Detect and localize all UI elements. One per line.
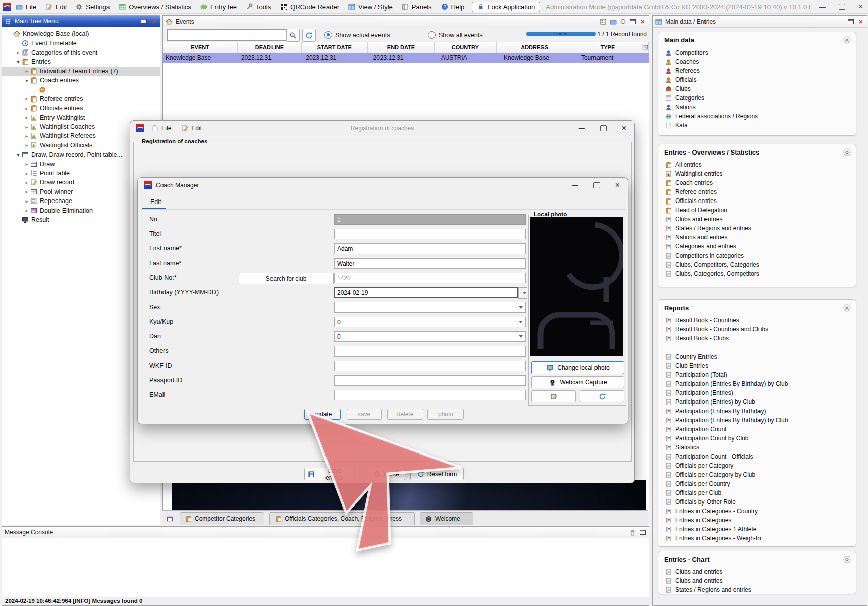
expander-icon[interactable]: ▸ [23,115,30,120]
change-local-photo-button[interactable]: Change local photo [531,361,624,374]
registration-maximize-button[interactable] [600,125,607,131]
combo-dan[interactable]: 0 [334,331,526,342]
panel-item-clubs-and-entries[interactable]: Clubs and entries [665,567,856,576]
panel-item-entries-in-categories-1-athlete[interactable]: Entries in Categories 1 Athlete [665,525,856,534]
panel-item-statistics[interactable]: Statistics [665,443,856,452]
combo-kyu-kup[interactable]: 0 [334,317,526,327]
field-others[interactable] [334,346,526,357]
expander-icon[interactable]: ▸ [23,96,30,102]
panel-item-officials-per-category-by-club[interactable]: Officials per Category by Club [665,470,856,479]
field-birthday-yyyy-mm-dd[interactable] [334,287,518,298]
panel-item-kata[interactable]: Kata [665,121,856,130]
field-passport-id[interactable] [334,375,526,386]
panel-item-result-book-countries-and-clubs[interactable]: Result Book - Countries and Clubs [665,325,856,334]
expander-icon[interactable]: ▸ [23,142,30,148]
panel-item-waitinglist-entries[interactable]: Waitinglist entries [665,169,856,178]
menu-qrcode-reader[interactable]: QRCode Reader [276,0,344,13]
field-titel[interactable] [334,229,526,239]
panel-item-participation-total[interactable]: Participation (Total) [665,370,856,379]
column-header-deadline[interactable]: DEADLINE [238,42,301,53]
menu-panels[interactable]: Panels [397,0,437,13]
events-table-row[interactable]: Knowledge Base2023.12.312023.12.312023.1… [163,53,649,63]
search-button[interactable] [286,29,300,42]
tree-item-officials-entries[interactable]: ▸ Officials entries [2,104,160,113]
tree-item-individual-team-entries-7[interactable]: ▸ Individual / Team Entries (7) [2,67,160,76]
panel-item-clubs-competitors-categories[interactable]: Clubs, Competitors, Categories [665,260,856,269]
update-button[interactable]: update [304,409,341,420]
panel-item-competitors[interactable]: Competitors [665,48,856,57]
field-email[interactable] [334,390,526,400]
tree-item-knowledge-base-local[interactable]: Knowledge Base (local) [2,29,160,38]
panel-item-entries-in-categories-weigh-in[interactable]: Entries in Categories - Weigh-In [665,534,856,543]
panel-item-clubs[interactable]: Clubs [665,84,856,93]
expander-icon[interactable]: ▸ [23,189,30,194]
registration-menu-file[interactable]: File [148,122,174,135]
panel-item-participation-entries-by-club[interactable]: Participation (Entries) by Club [665,397,856,407]
panel-item-states-regions-and-entries[interactable]: States / Regions and entries [665,585,856,594]
photo-button[interactable]: photo [427,409,464,420]
panel-item-result-book-countries[interactable]: Result Book - Countries [665,316,856,325]
menu-overviews-statistics[interactable]: Overviews / Statistics [114,0,196,13]
panel-item-coach-entries[interactable]: Coach entries [665,178,856,187]
panel-item-participation-entries[interactable]: Participation (Entries) [665,388,856,397]
expander-icon[interactable]: ▸ [23,161,30,167]
panel-item-participation-count-by-club[interactable]: Participation Count by Club [665,434,856,443]
panel-item-participation-entries-by-birthday-by-club[interactable]: Participation (Entries By Birthday) by C… [665,416,856,425]
date-dropdown-button[interactable] [518,287,527,299]
refresh-button[interactable] [302,29,316,42]
expander-icon[interactable]: ▸ [23,208,30,213]
menu-entry-fee[interactable]: Entry fee [196,0,241,13]
coach-manager-maximize-button[interactable] [593,182,600,188]
panel-item-coaches[interactable]: Coaches [665,57,856,66]
panel-item-clubs-and-entries[interactable]: Clubs and entries [665,215,856,224]
panel-item-referees[interactable]: Referees [665,66,856,75]
panel-item-clubs-and-entries[interactable]: Clubs and entries [665,576,856,585]
column-header-start-date[interactable]: START DATE [302,42,368,53]
tree-item-categories-of-this-event[interactable]: ▸ Categories of this event [2,48,160,57]
lock-application-button[interactable]: Lock Application [472,2,540,12]
expander-icon[interactable]: ▾ [15,152,22,158]
photo-edit-button[interactable] [531,390,576,402]
panel-item-officials-entries[interactable]: Officials entries [665,196,856,206]
tab-welcome[interactable]: Welcome [420,512,473,525]
tree-item-item[interactable] [2,85,160,94]
panel-item-officials-per-club[interactable]: Officials per Club [665,488,856,497]
panel-item-federal-associations-regions[interactable]: Federal associations / Regions [665,112,856,121]
webcam-capture-button[interactable]: Webcam Capture [531,376,624,388]
panel-item-all-entries[interactable]: All entries [665,160,856,169]
expander-icon[interactable]: ▸ [23,180,30,185]
tab-edit[interactable]: Edit [145,196,167,208]
panel-item-nations[interactable]: Nations [665,103,856,112]
tab-officials-categories-coach-referee-press[interactable]: Officials Categories, Coach, Referee, Pr… [269,512,415,525]
coach-manager-close-button[interactable]: × [615,183,620,188]
registration-close-button[interactable]: × [622,126,626,131]
column-header-end-date[interactable]: END DATE [368,42,435,53]
panel-item-clubs-categories-competitors[interactable]: Clubs, Categories, Competitors [665,269,856,278]
combo-sex[interactable] [334,302,526,313]
panel-item-participation-entries-by-birthday-by-club[interactable]: Participation (Entries By Birthday) by C… [665,379,856,388]
panel-item-officials-per-category[interactable]: Officials per Category [665,461,856,470]
panel-item-participation-count[interactable]: Participation Count [665,425,856,434]
photo-refresh-button[interactable] [580,390,624,402]
menu-edit[interactable]: Edit [41,0,71,13]
tab-competitor-categories[interactable]: Competitor Categories [180,512,264,525]
menu-view-style[interactable]: View / Style [344,0,397,13]
close-button[interactable]: Close [367,468,405,480]
panel-item-referee-entries[interactable]: Referee entries [665,187,856,196]
column-header-type[interactable]: TYPE [573,42,642,53]
panel-item-categories[interactable]: Categories [665,93,856,103]
delete-button[interactable]: delete [387,409,423,420]
panel-item-club-entries[interactable]: Club Entries [665,361,856,370]
expander-icon[interactable]: ▾ [15,59,22,65]
panel-item-entries-in-categories[interactable]: Entries in Categories [665,516,856,525]
tree-item-event-timetable[interactable]: Event Timetable [2,38,160,47]
panel-item-country-entries[interactable]: Country Entries [665,352,856,361]
coach-manager-minimize-button[interactable]: — [572,182,578,189]
save-button[interactable]: save [347,409,382,420]
registration-minimize-button[interactable]: — [579,125,585,132]
field-last-name[interactable] [334,258,526,269]
column-header-event[interactable]: EVENT [163,42,238,53]
expander-icon[interactable]: ▸ [23,171,30,176]
column-header-country[interactable]: COUNTRY [435,42,496,53]
menu-help[interactable]: ?Help [437,0,469,13]
